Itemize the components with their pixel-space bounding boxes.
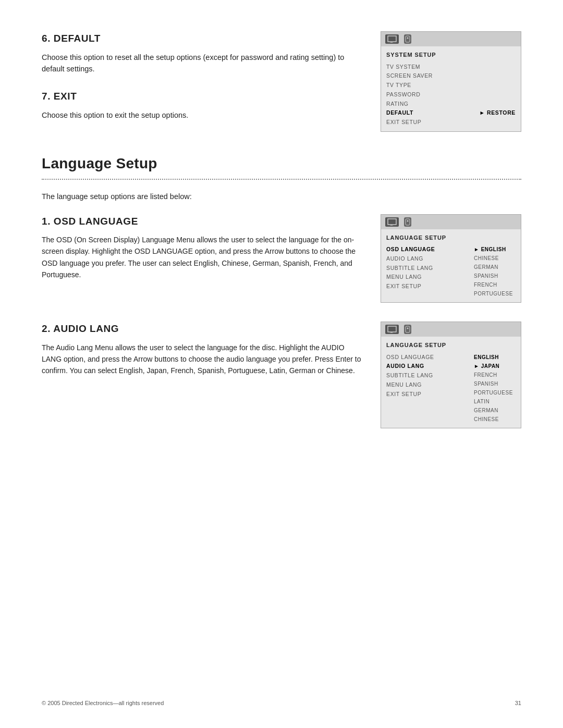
- osd-right-portuguese: PORTUGUESE: [474, 289, 516, 298]
- system-menu-screenshot: SYSTEM SETUP TV SYSTEM SCREEN SAVER TV T…: [381, 31, 521, 132]
- audio-menu-header: LANGUAGE SETUP: [386, 341, 516, 350]
- audio-menu-columns: OSD LANGUAGE AUDIO LANG SUBTITLE LANG ME…: [386, 353, 516, 424]
- audio-row-audio-lang: AUDIO LANG: [386, 362, 470, 371]
- osd-tv-icon: [385, 217, 399, 227]
- osd-menu-right: ► ENGLISH CHINESE GERMAN SPANISH FRENCH …: [474, 245, 516, 298]
- menu-row-tv-system: TV SYSTEM: [386, 63, 516, 72]
- osd-number: 1.: [42, 216, 51, 227]
- osd-right-chinese: CHINESE: [474, 254, 516, 263]
- osd-right-german: GERMAN: [474, 263, 516, 272]
- osd-tv-svg: [387, 218, 397, 226]
- osd-remote-icon: [404, 217, 411, 227]
- exit-paragraph: Choose this option to exit the setup opt…: [42, 109, 365, 121]
- audio-row-osd-language: OSD LANGUAGE: [386, 353, 470, 362]
- tv-svg: [387, 35, 397, 43]
- audio-remote-icon: [404, 325, 411, 334]
- system-menu-header: SYSTEM SETUP: [386, 51, 516, 59]
- remote-svg: [405, 35, 410, 43]
- audio-label: AUDIO LANG: [53, 323, 119, 334]
- top-text: 6. DEFAULT Choose this option to reset a…: [42, 31, 365, 132]
- footer-page: 31: [515, 699, 521, 708]
- menu-row-password: PASSWORD: [386, 90, 516, 100]
- osd-label: OSD LANGUAGE: [54, 216, 138, 227]
- menu-row-exit-setup: EXIT SETUP: [386, 118, 516, 127]
- osd-menu-left: OSD LANGUAGE AUDIO LANG SUBTITLE LANG ME…: [386, 245, 470, 298]
- footer: © 2005 Directed Electronics—all rights r…: [42, 699, 521, 708]
- audio-menu-icon-bar: [381, 322, 521, 337]
- footer-copyright: © 2005 Directed Electronics—all rights r…: [42, 699, 164, 708]
- audio-menu-left: OSD LANGUAGE AUDIO LANG SUBTITLE LANG ME…: [386, 353, 470, 424]
- top-section: 6. DEFAULT Choose this option to reset a…: [42, 31, 521, 132]
- osd-row-menu-lang: MENU LANG: [386, 273, 470, 282]
- audio-menu-right: ENGLISH ► JAPAN FRENCH SPANISH PORTUGUES…: [474, 353, 516, 424]
- osd-menu-icon-bar: [381, 215, 521, 229]
- osd-paragraph: The OSD (On Screen Display) Language Men…: [42, 234, 365, 281]
- osd-row-audio-lang: AUDIO LANG: [386, 254, 470, 264]
- menu-row-rating: RATING: [386, 100, 516, 109]
- menu-row-default: DEFAULT ► RESTORE: [386, 108, 516, 118]
- audio-heading: 2. AUDIO LANG: [42, 322, 365, 337]
- audio-row-exit-setup: EXIT SETUP: [386, 390, 470, 399]
- osd-right-french: FRENCH: [474, 280, 516, 289]
- audio-right-english: ENGLISH: [474, 353, 516, 362]
- svg-point-14: [407, 328, 409, 329]
- default-label: DEFAULT: [54, 33, 101, 44]
- audio-row-subtitle-lang: SUBTITLE LANG: [386, 371, 470, 380]
- osd-row-exit-setup: EXIT SETUP: [386, 282, 470, 291]
- audio-menu-box: LANGUAGE SETUP OSD LANGUAGE AUDIO LANG S…: [381, 322, 521, 428]
- svg-point-4: [407, 38, 409, 39]
- exit-label: EXIT: [54, 91, 77, 102]
- audio-section: 2. AUDIO LANG The Audio Lang Menu allows…: [42, 322, 521, 428]
- audio-right-portuguese: PORTUGUESE: [474, 388, 516, 397]
- svg-rect-10: [388, 326, 396, 332]
- osd-menu-header: LANGUAGE SETUP: [386, 233, 516, 242]
- osd-right-english: ► ENGLISH: [474, 245, 516, 254]
- remote-icon: [404, 34, 411, 44]
- exit-number: 7.: [42, 91, 51, 102]
- osd-section: 1. OSD LANGUAGE The OSD (On Screen Displ…: [42, 214, 521, 303]
- osd-menu-box: LANGUAGE SETUP OSD LANGUAGE AUDIO LANG S…: [381, 214, 521, 303]
- tv-icon: [385, 34, 399, 44]
- default-number: 6.: [42, 33, 51, 44]
- osd-menu-columns: OSD LANGUAGE AUDIO LANG SUBTITLE LANG ME…: [386, 245, 516, 298]
- audio-right-chinese: CHINESE: [474, 415, 516, 424]
- svg-point-9: [407, 220, 409, 221]
- osd-row-osd-language: OSD LANGUAGE: [386, 245, 470, 254]
- language-setup-section: Language Setup The language setup option…: [42, 153, 521, 203]
- menu-icon-bar: [381, 32, 521, 46]
- audio-row-menu-lang: MENU LANG: [386, 380, 470, 390]
- osd-text: 1. OSD LANGUAGE The OSD (On Screen Displ…: [42, 214, 365, 303]
- osd-heading: 1. OSD LANGUAGE: [42, 214, 365, 229]
- default-block: 6. DEFAULT Choose this option to reset a…: [42, 31, 365, 75]
- page-content: 6. DEFAULT Choose this option to reset a…: [0, 0, 563, 478]
- menu-row-screen-saver: SCREEN SAVER: [386, 71, 516, 81]
- audio-right-spanish: SPANISH: [474, 379, 516, 388]
- osd-menu-screenshot: LANGUAGE SETUP OSD LANGUAGE AUDIO LANG S…: [381, 214, 521, 303]
- audio-right-japan: ► JAPAN: [474, 362, 516, 371]
- system-menu-content: SYSTEM SETUP TV SYSTEM SCREEN SAVER TV T…: [381, 46, 521, 131]
- osd-remote-svg: [405, 218, 410, 226]
- audio-tv-icon: [385, 325, 399, 334]
- osd-menu-content: LANGUAGE SETUP OSD LANGUAGE AUDIO LANG S…: [381, 229, 521, 303]
- audio-remote-svg: [405, 326, 410, 333]
- system-menu-box: SYSTEM SETUP TV SYSTEM SCREEN SAVER TV T…: [381, 31, 521, 132]
- svg-rect-0: [388, 36, 396, 42]
- audio-right-latin: LATIN: [474, 397, 516, 406]
- osd-right-spanish: SPANISH: [474, 272, 516, 280]
- audio-tv-svg: [387, 326, 397, 333]
- default-heading: 6. DEFAULT: [42, 31, 365, 46]
- audio-number: 2.: [42, 323, 51, 334]
- svg-rect-8: [406, 219, 410, 225]
- language-setup-intro: The language setup options are listed be…: [42, 191, 521, 203]
- exit-heading: 7. EXIT: [42, 89, 365, 104]
- svg-rect-5: [388, 219, 396, 225]
- audio-text: 2. AUDIO LANG The Audio Lang Menu allows…: [42, 322, 365, 428]
- language-setup-title: Language Setup: [42, 153, 521, 180]
- menu-row-tv-type: TV TYPE: [386, 81, 516, 90]
- audio-paragraph: The Audio Lang Menu allows the user to s…: [42, 342, 365, 377]
- exit-block: 7. EXIT Choose this option to exit the s…: [42, 89, 365, 121]
- audio-menu-screenshot: LANGUAGE SETUP OSD LANGUAGE AUDIO LANG S…: [381, 322, 521, 428]
- audio-menu-content: LANGUAGE SETUP OSD LANGUAGE AUDIO LANG S…: [381, 337, 521, 428]
- audio-right-french: FRENCH: [474, 371, 516, 379]
- svg-rect-3: [406, 36, 410, 42]
